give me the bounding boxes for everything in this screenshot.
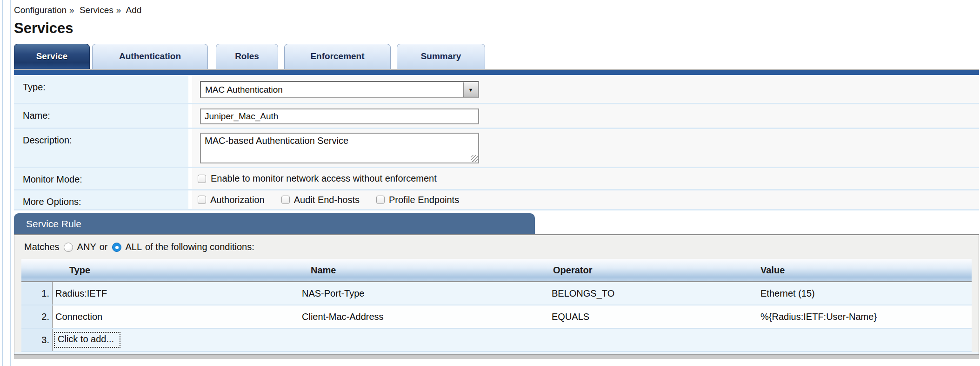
services-config-page: Configuration» Services» Add Services Se… [0, 0, 980, 366]
description-label: Description: [14, 129, 188, 167]
condition-value: Ethernet (15) [759, 288, 972, 299]
row-number: 2. [21, 305, 53, 328]
form-row-type: Type: MAC Authentication ▼ [14, 76, 979, 104]
matches-all-radio[interactable] [112, 243, 121, 252]
column-header-operator: Operator [549, 265, 759, 276]
column-header-value: Value [759, 265, 972, 276]
tab-service[interactable]: Service [14, 44, 90, 69]
column-header-type: Type [53, 265, 300, 276]
condition-type: Connection [53, 312, 300, 322]
type-select-value: MAC Authentication [205, 85, 283, 95]
row-number: 1. [21, 282, 53, 305]
matches-suffix: of the following conditions: [145, 242, 254, 252]
left-pane-divider [2, 0, 3, 366]
bottom-section-edge [14, 354, 979, 359]
service-rule-section-header: Service Rule [14, 213, 535, 234]
form-row-name: Name: Juniper_Mac_Auth [14, 104, 979, 129]
breadcrumb: Configuration» Services» Add [14, 0, 979, 15]
tab-roles[interactable]: Roles [216, 44, 278, 69]
tab-enforcement[interactable]: Enforcement [284, 44, 391, 69]
monitor-mode-checkbox-label: Enable to monitor network access without… [211, 173, 437, 184]
type-select[interactable]: MAC Authentication ▼ [200, 81, 479, 98]
condition-operator: BELONGS_TO [549, 288, 759, 299]
description-value: MAC-based Authentication Service [205, 136, 348, 146]
left-pane-divider [10, 0, 11, 366]
matches-any-label: ANY [77, 242, 96, 252]
authorization-checkbox[interactable] [198, 196, 206, 204]
breadcrumb-services[interactable]: Services [80, 5, 113, 15]
service-form: Type: MAC Authentication ▼ Name: Juniper… [14, 76, 979, 210]
form-row-description: Description: MAC-based Authentication Se… [14, 129, 979, 168]
tab-authentication[interactable]: Authentication [92, 44, 208, 69]
service-rule-section: Matches ANY or ALL of the following cond… [14, 235, 979, 354]
audit-end-hosts-label: Audit End-hosts [294, 195, 360, 205]
name-input-value: Juniper_Mac_Auth [205, 111, 278, 122]
condition-value: %{Radius:IETF:User-Name} [759, 312, 972, 322]
condition-row-add: 3. Click to add... [21, 329, 972, 352]
conditions-table-header: Type Name Operator Value [21, 259, 972, 282]
breadcrumb-add: Add [126, 5, 142, 15]
breadcrumb-configuration[interactable]: Configuration [14, 5, 67, 15]
condition-row-1[interactable]: 1. Radius:IETF NAS-Port-Type BELONGS_TO … [21, 282, 972, 305]
condition-name: Client-Mac-Address [300, 312, 549, 322]
click-to-add-button[interactable]: Click to add... [54, 332, 120, 348]
profile-endpoints-checkbox[interactable] [376, 196, 385, 204]
tab-underline-bar [14, 69, 979, 75]
column-header-name: Name [300, 265, 549, 276]
matches-condition-row: Matches ANY or ALL of the following cond… [14, 235, 979, 259]
resize-grip-icon[interactable] [471, 155, 478, 162]
tab-summary[interactable]: Summary [397, 44, 485, 69]
audit-end-hosts-checkbox[interactable] [281, 196, 290, 204]
monitor-mode-label: Monitor Mode: [14, 168, 188, 189]
name-input[interactable]: Juniper_Mac_Auth [200, 108, 479, 124]
authorization-label: Authorization [210, 195, 265, 205]
form-row-monitor-mode: Monitor Mode: Enable to monitor network … [14, 168, 979, 190]
matches-conjunction: or [100, 242, 108, 252]
profile-endpoints-label: Profile Endpoints [389, 195, 459, 205]
breadcrumb-separator: » [69, 5, 74, 15]
matches-all-label: ALL [126, 242, 142, 252]
more-options-label: More Options: [14, 190, 188, 209]
row-number: 3. [21, 329, 53, 351]
breadcrumb-separator: » [116, 5, 121, 15]
condition-name: NAS-Port-Type [300, 288, 549, 299]
condition-type: Radius:IETF [53, 288, 300, 299]
type-label: Type: [14, 76, 188, 103]
dropdown-arrow-icon[interactable]: ▼ [463, 82, 478, 97]
matches-prefix: Matches [24, 242, 60, 252]
tab-bar: Service Authentication Roles Enforcement… [14, 43, 979, 69]
name-label: Name: [14, 104, 188, 128]
condition-operator: EQUALS [549, 312, 759, 322]
condition-row-2[interactable]: 2. Connection Client-Mac-Address EQUALS … [21, 305, 972, 329]
description-textarea[interactable]: MAC-based Authentication Service [200, 133, 479, 163]
page-title: Services [14, 20, 979, 37]
monitor-mode-checkbox[interactable] [198, 175, 206, 183]
form-row-more-options: More Options: Authorization Audit End-ho… [14, 190, 979, 210]
matches-any-radio[interactable] [64, 243, 73, 252]
conditions-table: Type Name Operator Value 1. Radius:IETF … [21, 259, 972, 352]
